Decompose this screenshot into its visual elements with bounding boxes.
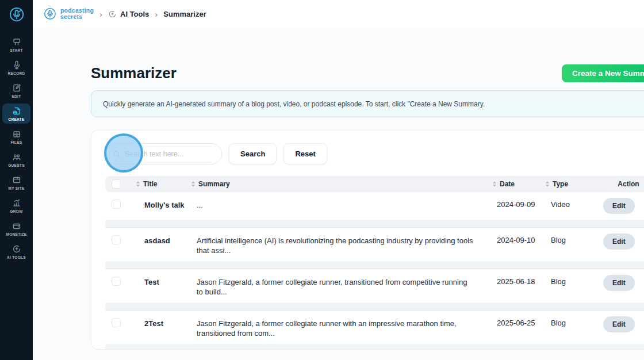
row-type: Blog [546, 277, 601, 286]
reset-button[interactable]: Reset [283, 143, 327, 164]
breadcrumb-separator: › [155, 9, 158, 19]
growth-chart-icon [12, 198, 21, 208]
sidebar-item-label: MONETIZE [6, 232, 27, 236]
sidebar-nav: START RECORD EDIT CREATE FILES [0, 29, 33, 262]
column-header-date[interactable]: Date [493, 180, 546, 188]
sort-icon[interactable] [191, 181, 195, 187]
search-field[interactable] [105, 143, 222, 164]
sidebar-item-edit[interactable]: EDIT [2, 81, 30, 101]
create-icon [12, 106, 21, 116]
row-summary: Jason Fitzgerald, a former collegiate ru… [191, 277, 493, 297]
create-new-summary-button[interactable]: Create a New Summary [562, 64, 644, 82]
table-header: Title Summary Date Type Action [105, 176, 644, 192]
row-actions: Edit ⋮ [601, 198, 644, 214]
sidebar-item-label: FILES [11, 140, 22, 144]
brand-logo[interactable]: podcasting secrets [43, 7, 94, 21]
row-title: Test [136, 277, 191, 287]
sidebar-item-ai-tools[interactable]: AI TOOLS [2, 242, 30, 262]
files-icon [12, 129, 21, 139]
sidebar-item-label: AI TOOLS [7, 255, 26, 259]
row-title: asdasd [136, 235, 191, 246]
app-logo[interactable] [0, 0, 33, 29]
microphone-icon [12, 60, 21, 70]
row-actions: Edit ⋮ [601, 275, 644, 291]
column-header-summary[interactable]: Summary [191, 180, 493, 188]
page-title: Summarizer [91, 64, 177, 82]
row-summary: Artificial intelligence (AI) is revoluti… [191, 235, 493, 255]
podcasting-secrets-logo-icon [8, 6, 25, 23]
row-date: 2024-09-09 [493, 200, 546, 209]
ai-tools-icon [12, 244, 21, 254]
search-icon [113, 150, 121, 158]
row-type: Blog [546, 235, 601, 244]
sidebar-item-label: GUESTS [8, 163, 25, 167]
sort-icon[interactable] [136, 181, 140, 187]
row-summary: ... [191, 200, 493, 210]
column-header-title[interactable]: Title [136, 180, 191, 188]
table-row: 2Test Jason Fitzgerald, a former collegi… [105, 311, 644, 344]
search-button[interactable]: Search [229, 143, 277, 164]
row-type: Blog [546, 318, 601, 327]
sidebar-item-guests[interactable]: GUESTS [2, 150, 30, 170]
row-checkbox[interactable] [112, 200, 121, 209]
row-divider [105, 220, 644, 228]
topbar: podcasting secrets › AI Tools › Summariz… [33, 0, 644, 28]
row-divider [105, 302, 644, 311]
column-header-type[interactable]: Type [546, 180, 601, 188]
breadcrumb-section[interactable]: AI Tools [120, 10, 149, 18]
table-row: Molly's talk ... 2024-09-09 Video Edit ⋮ [105, 192, 644, 220]
row-checkbox[interactable] [112, 277, 121, 286]
row-actions: Edit ⋮ [601, 233, 644, 250]
row-divider [105, 261, 644, 269]
edit-button[interactable]: Edit [603, 275, 635, 291]
sidebar-item-label: MY SITE [9, 186, 25, 190]
sidebar-item-my-site[interactable]: MY SITE [2, 173, 30, 193]
sidebar-item-label: GROW [10, 209, 22, 213]
table-footer-band [105, 344, 644, 350]
wallet-icon [12, 221, 21, 231]
sidebar-item-create[interactable]: CREATE [2, 104, 30, 124]
brand-mic-icon [43, 7, 57, 21]
search-toolbar: Search Reset [105, 143, 644, 164]
sidebar-item-monetize[interactable]: MONETIZE [2, 219, 30, 239]
start-icon [12, 37, 21, 47]
breadcrumb-separator: › [99, 9, 102, 19]
breadcrumb-page: Summarizer [163, 10, 206, 18]
row-type: Video [546, 200, 601, 209]
sidebar-item-label: CREATE [8, 117, 24, 121]
ai-tools-breadcrumb-icon [108, 10, 117, 18]
sidebar-item-start[interactable]: START [2, 35, 30, 55]
info-banner: Quickly generate an AI-generated summary… [91, 90, 644, 117]
row-actions: Edit ⋮ [601, 316, 644, 332]
row-checkbox[interactable] [112, 318, 121, 327]
row-summary: Jason Fitzgerald, a former collegiate ru… [191, 318, 493, 338]
search-input[interactable] [125, 150, 214, 158]
column-header-action: Action [601, 180, 644, 188]
sidebar-item-label: EDIT [12, 94, 21, 98]
guests-icon [12, 152, 21, 162]
sidebar: START RECORD EDIT CREATE FILES [0, 0, 33, 360]
brand-name: podcasting secrets [60, 7, 94, 20]
sidebar-item-label: START [10, 48, 23, 52]
website-icon [12, 175, 21, 185]
edit-button[interactable]: Edit [603, 198, 635, 214]
row-date: 2025-06-25 [493, 318, 546, 327]
table-row: Test Jason Fitzgerald, a former collegia… [105, 269, 644, 302]
edit-icon [12, 83, 21, 93]
sidebar-item-grow[interactable]: GROW [2, 196, 30, 216]
row-checkbox[interactable] [112, 235, 121, 244]
sidebar-item-files[interactable]: FILES [2, 127, 30, 147]
select-all-checkbox[interactable] [112, 179, 121, 189]
sort-icon[interactable] [546, 181, 549, 187]
row-date: 2025-06-18 [493, 277, 546, 286]
sidebar-item-label: RECORD [8, 71, 25, 75]
sidebar-item-record[interactable]: RECORD [2, 58, 30, 78]
summaries-card: Search Reset Title Summary Date Type Act… [91, 130, 644, 350]
row-title: Molly's talk [136, 200, 191, 210]
edit-button[interactable]: Edit [603, 316, 635, 332]
table-row: asdasd Artificial intelligence (AI) is r… [105, 228, 644, 261]
edit-button[interactable]: Edit [603, 233, 635, 250]
row-date: 2024-09-10 [493, 235, 546, 244]
row-title: 2Test [136, 318, 191, 328]
sort-icon[interactable] [493, 181, 496, 187]
